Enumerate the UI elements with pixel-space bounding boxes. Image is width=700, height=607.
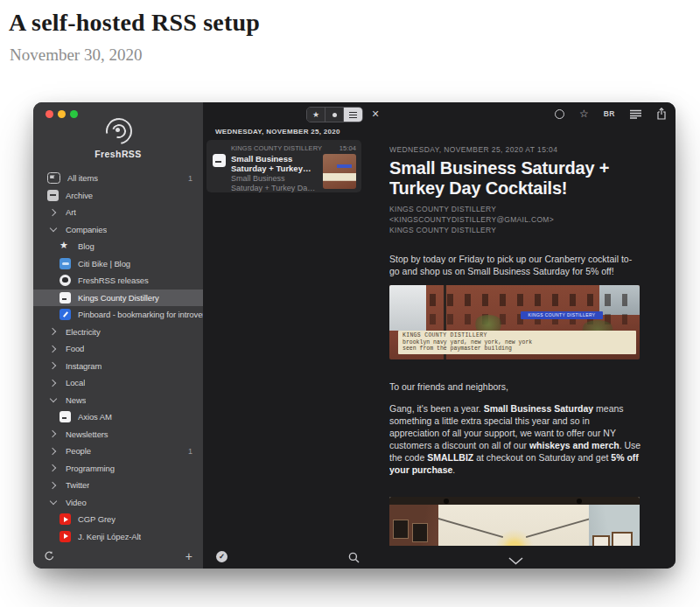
article-list-item-body: KINGS COUNTY DISTILLERY 15:04 Small Busi… (231, 144, 356, 192)
share-button[interactable] (656, 108, 667, 120)
sidebar-item-label: Companies (66, 225, 107, 234)
sidebar-item-axios-am[interactable]: Axios AM (33, 408, 203, 426)
sidebar-item-twitter[interactable]: Twitter (33, 477, 203, 494)
refresh-icon (44, 550, 55, 562)
article-title: Small Business Saturday + Turkey Day Coc… (231, 154, 318, 173)
star-article-button[interactable]: ☆ (579, 108, 589, 119)
sidebar-item-cgp-grey[interactable]: CGP Grey (33, 511, 203, 528)
article-summary-button[interactable] (630, 109, 641, 119)
lines-icon (349, 112, 357, 118)
filter-starred-button[interactable]: ★ (307, 108, 326, 122)
sidebar-item-local[interactable]: Local (33, 374, 203, 392)
sidebar-item-label: Pinboard - bookmarking for introverts (78, 310, 203, 319)
sidebar-item-companies[interactable]: Companies (33, 221, 203, 239)
photo-caption: KINGS COUNTY DISTILLERY brooklyn navy ya… (398, 331, 636, 355)
article-list: WEDNESDAY, NOVEMBER 25, 2020 KINGS COUNT… (203, 125, 389, 546)
close-filter-button[interactable]: ✕ (368, 107, 382, 121)
sidebar-item-news[interactable]: News (33, 392, 203, 409)
building-photo-sky-left (389, 285, 426, 331)
mark-all-read-button[interactable]: ✓ (216, 551, 228, 562)
filter-all-button[interactable] (344, 108, 362, 122)
sidebar-item-kings-county-distillery[interactable]: Kings County Distillery (33, 290, 203, 307)
photo-caption-line-3: seen from the paymaster building (402, 345, 632, 352)
mark-read-button[interactable] (555, 109, 564, 119)
article-list-item-meta: KINGS COUNTY DISTILLERY 15:04 (231, 144, 356, 152)
list-date-header: WEDNESDAY, NOVEMBER 25, 2020 (215, 128, 389, 136)
sidebar-item-label: People (66, 446, 91, 456)
sidebar-item-food[interactable]: Food (33, 340, 203, 358)
sidebar-item-label: Programming (66, 464, 115, 473)
sidebar-item-video[interactable]: Video (33, 494, 203, 512)
sidebar-item-label: Instagram (66, 361, 102, 371)
sidebar-item-label: Local (66, 378, 85, 387)
chevron-down-icon (47, 394, 59, 406)
sidebar-item-electricity[interactable]: Electricity (33, 324, 203, 341)
interior-photo-beam (389, 497, 640, 505)
refresh-button[interactable] (44, 550, 55, 563)
article-list-item[interactable]: KINGS COUNTY DISTILLERY 15:04 Small Busi… (206, 140, 361, 192)
article-image-interior (389, 497, 640, 546)
add-feed-button[interactable]: + (186, 550, 192, 562)
sidebar-item-pinboard-bookmarking-for-introverts[interactable]: Pinboard - bookmarking for introverts (33, 306, 203, 324)
bionic-reading-button[interactable]: BR (604, 109, 615, 118)
article-paragraph-1: Stop by today or Friday to pick up our C… (389, 253, 641, 277)
chevron-right-icon (47, 479, 59, 491)
filter-unread-button[interactable] (326, 108, 344, 122)
search-button[interactable] (348, 551, 360, 567)
youtube-icon (60, 513, 71, 525)
sidebar-item-newsletters[interactable]: Newsletters (33, 426, 203, 443)
reading-pane: WEDNESDAY, NOVEMBER 25, 2020 AT 15:04 Sm… (389, 125, 641, 546)
chevron-down-icon (508, 557, 523, 565)
reader-date-line: WEDNESDAY, NOVEMBER 25, 2020 AT 15:04 (389, 145, 641, 154)
bold-text-segment: SMALLBIZ (427, 452, 473, 463)
chevron-right-icon (47, 445, 59, 457)
sidebar-item-label: Food (66, 344, 84, 353)
page-date: November 30, 2020 (10, 45, 142, 65)
feed-icon (60, 292, 71, 304)
sidebar-item-j-kenji-l-pez-alt[interactable]: J. Kenji López-Alt (33, 528, 203, 546)
article-thumbnail (323, 154, 356, 189)
bottom-toolbar: ✓ (203, 546, 676, 569)
sidebar-item-label: Archive (66, 191, 93, 200)
dot-icon (332, 113, 337, 117)
sidebar-item-people[interactable]: People1 (33, 443, 203, 460)
app-name: FreshRSS (33, 149, 203, 159)
interior-photo-chalkboard (393, 520, 409, 539)
sidebar-item-label: Electricity (66, 327, 101, 337)
next-article-button[interactable] (508, 553, 523, 569)
article-paragraph-3: Gang, it's been a year. Small Business S… (389, 402, 641, 476)
sidebar-footer: + (33, 544, 203, 569)
chevron-right-icon (47, 429, 59, 440)
chevron-right-icon (47, 326, 59, 338)
reader-from-line: KINGS COUNTY DISTILLERY <KINGSCOUNTYDIST… (389, 204, 641, 225)
article-source: KINGS COUNTY DISTILLERY (231, 144, 322, 152)
reader-source-line: KINGS COUNTY DISTILLERY (389, 225, 641, 235)
sidebar-item-label: Citi Bike | Blog (78, 259, 130, 269)
chevron-right-icon (47, 377, 59, 388)
sidebar-item-archive[interactable]: Archive (33, 187, 203, 205)
star-icon: ★ (312, 111, 319, 119)
content-area: WEDNESDAY, NOVEMBER 25, 2020 KINGS COUNT… (203, 125, 676, 546)
chevron-right-icon (47, 343, 59, 354)
interior-photo-picture-frame-2 (612, 532, 633, 546)
sidebar-item-all-items[interactable]: All items1 (33, 170, 203, 187)
sidebar-item-label: Art (66, 207, 76, 217)
toolbar-right-icons: ☆ BR (555, 102, 667, 125)
chevron-right-icon (47, 206, 59, 218)
all-items-icon (47, 172, 60, 184)
feed-icon (60, 411, 71, 422)
building-photo-windows-top (430, 294, 627, 306)
sidebar-item-blog[interactable]: Blog (33, 238, 203, 255)
sidebar: FreshRSS All items1ArchiveArtCompaniesBl… (33, 102, 203, 569)
sidebar-item-citi-bike-blog[interactable]: Citi Bike | Blog (33, 255, 203, 273)
sidebar-item-freshrss-releases[interactable]: FreshRSS releases (33, 272, 203, 290)
photo-caption-line-1: KINGS COUNTY DISTILLERY (402, 332, 632, 339)
sidebar-item-programming[interactable]: Programming (33, 460, 203, 478)
text-segment: . (452, 464, 455, 475)
article-paragraph-2: To our friends and neighbors, (389, 380, 641, 393)
interior-photo-picture-frame (592, 535, 610, 546)
sidebar-item-art[interactable]: Art (33, 204, 203, 221)
star-icon (60, 241, 71, 252)
sidebar-item-instagram[interactable]: Instagram (33, 358, 203, 375)
article-image-building: KINGS COUNTY DISTILLERY KINGS COUNTY DIS… (389, 285, 640, 359)
